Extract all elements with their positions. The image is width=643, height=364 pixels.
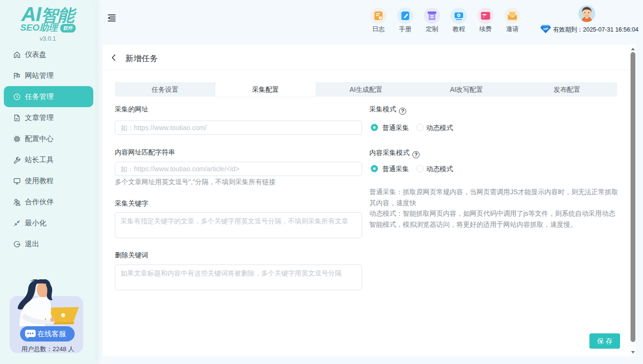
svg-text:w: w [15, 117, 18, 120]
svg-text:VIP: VIP [543, 27, 548, 31]
